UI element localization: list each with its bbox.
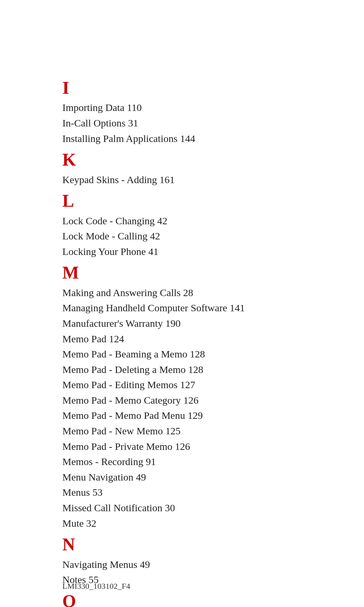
index-entry: Menus 53 bbox=[62, 485, 302, 500]
index-entry: In-Call Options 31 bbox=[62, 115, 302, 131]
section-m: MMaking and Answering Calls 28Managing H… bbox=[62, 262, 302, 531]
section-k: KKeypad Skins - Adding 161 bbox=[62, 149, 302, 187]
index-entry: Lock Code - Changing 42 bbox=[62, 213, 302, 229]
index-entry: Memo Pad - Memo Category 126 bbox=[62, 393, 302, 408]
section-l: LLock Code - Changing 42Lock Mode - Call… bbox=[62, 191, 302, 259]
index-entry: Memo Pad - Editing Memos 127 bbox=[62, 377, 302, 393]
page-content: IImporting Data 110In-Call Options 31Ins… bbox=[0, 0, 364, 607]
index-entry: Lock Mode - Calling 42 bbox=[62, 228, 302, 244]
section-letter-k: K bbox=[62, 149, 302, 170]
index-entry: Memo Pad - Deleting a Memo 128 bbox=[62, 362, 302, 377]
index-entry: Memo Pad - Beaming a Memo 128 bbox=[62, 346, 302, 362]
index-entry: Navigating Menus 49 bbox=[62, 557, 302, 572]
section-letter-i: I bbox=[62, 78, 302, 98]
index-entry: Memo Pad 124 bbox=[62, 331, 302, 347]
index-entry: Importing Data 110 bbox=[62, 100, 302, 115]
section-n: NNavigating Menus 49Notes 55 bbox=[62, 534, 302, 587]
index-entry: Managing Handheld Computer Software 141 bbox=[62, 300, 302, 316]
index-entry: Memo Pad - New Memo 125 bbox=[62, 423, 302, 439]
section-o: OOne-Handed Dialing 29Online Tips 53Open… bbox=[62, 591, 302, 607]
index-entry: Missed Call Notification 30 bbox=[62, 500, 302, 516]
section-letter-l: L bbox=[62, 191, 302, 211]
footer-text: LMI330_103102_F4 bbox=[62, 582, 130, 591]
index-entry: Making and Answering Calls 28 bbox=[62, 285, 302, 300]
index-entry: Manufacturer's Warranty 190 bbox=[62, 316, 302, 331]
index-entry: Mute 32 bbox=[62, 516, 302, 531]
index-entry: Installing Palm Applications 144 bbox=[62, 131, 302, 146]
index-entry: Memo Pad - Private Memo 126 bbox=[62, 439, 302, 454]
index-entry: Memos - Recording 91 bbox=[62, 454, 302, 469]
index-entry: Locking Your Phone 41 bbox=[62, 244, 302, 259]
index-entry: Memo Pad - Memo Pad Menu 129 bbox=[62, 408, 302, 423]
index-entry: Keypad Skins - Adding 161 bbox=[62, 172, 302, 187]
section-letter-n: N bbox=[62, 534, 302, 555]
section-i: IImporting Data 110In-Call Options 31Ins… bbox=[62, 78, 302, 146]
section-letter-m: M bbox=[62, 262, 302, 283]
index-entry: Menu Navigation 49 bbox=[62, 469, 302, 485]
section-letter-o: O bbox=[62, 591, 302, 607]
